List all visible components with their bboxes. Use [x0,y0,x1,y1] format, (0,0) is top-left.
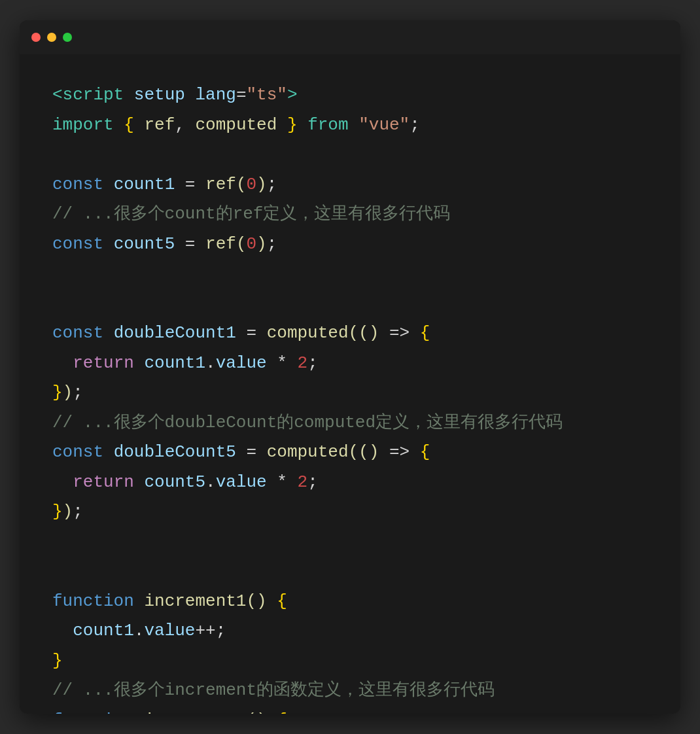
blank-3 [52,289,648,319]
close-button[interactable] [31,33,41,42]
blank-4 [52,527,648,557]
maximize-button[interactable] [63,33,72,42]
blank-5 [52,557,648,587]
line-3: const count1 = ref(0); [52,170,648,200]
line-12: }); [52,497,648,527]
blank-1 [52,140,648,170]
line-6: const doubleCount1 = computed(() => { [52,319,648,349]
line-17: function increment5() { [52,706,648,714]
line-8: }); [52,378,648,408]
code-window: <script setup lang="ts"> import { ref, c… [20,20,680,714]
code-editor: <script setup lang="ts"> import { ref, c… [20,54,680,714]
line-5: const count5 = ref(0); [52,230,648,260]
line-9: // ...很多个doubleCount的computed定义，这里有很多行代码 [52,408,648,438]
line-15: } [52,646,648,676]
line-16: // ...很多个increment的函数定义，这里有很多行代码 [52,676,648,706]
line-10: const doubleCount5 = computed(() => { [52,438,648,468]
line-11: return count5.value * 2; [52,468,648,498]
line-13: function increment1() { [52,587,648,617]
line-1: <script setup lang="ts"> [52,80,648,111]
titlebar [20,20,680,54]
line-2: import { ref, computed } from "vue"; [52,111,648,141]
minimize-button[interactable] [47,33,56,42]
line-7: return count1.value * 2; [52,349,648,379]
line-14: count1.value++; [52,616,648,646]
blank-2 [52,259,648,289]
line-4: // ...很多个count的ref定义，这里有很多行代码 [52,200,648,230]
